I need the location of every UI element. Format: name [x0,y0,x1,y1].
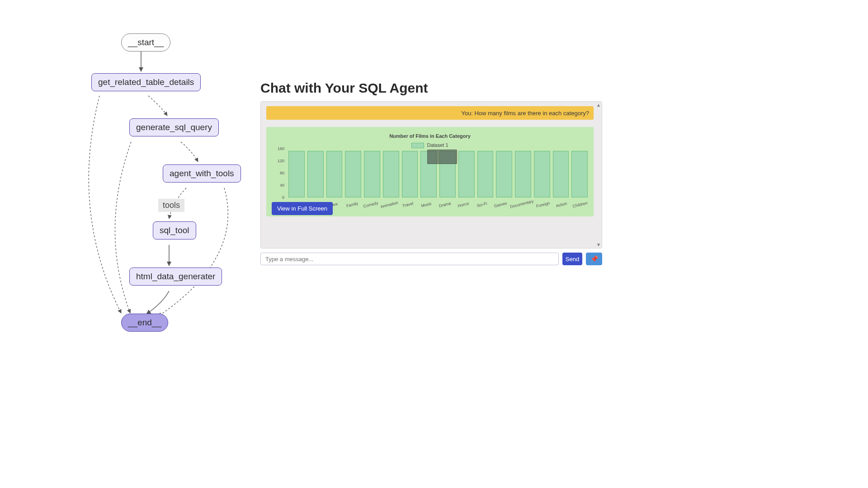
chat-title: Chat with Your SQL Agent [260,80,428,96]
chart-bar[interactable] [496,151,512,197]
node-get-related-table-details: get_related_table_details [91,73,201,91]
node-label: tools [163,201,180,210]
flow-diagram: __start__ get_related_table_details gene… [72,32,253,339]
chart-bar[interactable] [402,151,418,197]
scrollbar-up-icon[interactable]: ▲ [596,103,601,108]
x-tick-label: Foreign [533,200,552,209]
x-tick-label: Family [343,200,362,209]
chart-legend: Dataset 1 [266,142,594,148]
chart-bar[interactable] [288,151,305,197]
view-fullscreen-button[interactable]: View in Full Screen [272,202,333,215]
user-message-text: You: How many films are there in each ca… [461,110,589,117]
chart-bar[interactable] [307,151,324,197]
x-tick-label: Sci-Fi [472,200,491,209]
node-label: __start__ [128,38,164,47]
node-label: agent_with_tools [170,169,234,178]
x-tick-label: Games [491,200,510,209]
chart-bar[interactable] [534,151,550,197]
node-html-data-generater: html_data_generater [129,267,222,286]
chart-bar[interactable] [345,151,361,197]
node-label: get_related_table_details [98,77,194,87]
legend-label: Dataset 1 [427,142,448,148]
node-start: __start__ [121,33,170,52]
chart-bar[interactable] [477,151,494,197]
chat-history-pane: ▲ ▼ You: How many films are there in eac… [260,101,602,249]
user-message: You: How many films are there in each ca… [266,106,594,120]
node-end: __end__ [121,314,168,332]
y-tick: 80 [274,171,284,175]
send-button[interactable]: Send [562,253,582,265]
node-label: __end__ [128,318,161,327]
user-prefix: You: [461,110,474,117]
node-label: generate_sql_query [136,122,212,132]
x-tick-label: Music [417,200,436,209]
edge-label-tools: tools [158,199,184,212]
agent-message-chart: Number of Films in Each Category Dataset… [266,127,594,216]
chart-bar[interactable] [364,151,380,197]
y-tick: 160 [274,146,284,151]
chart-tooltip [427,150,457,164]
x-tick-label: Children [571,200,590,209]
node-label: html_data_generater [136,272,215,281]
y-tick: 0 [274,195,284,200]
x-tick-label: Animation [380,200,399,209]
chart-plot-area: 04080120160 [274,149,589,197]
node-label: sql_tool [160,225,189,235]
chart-bar[interactable] [383,151,399,197]
scrollbar-down-icon[interactable]: ▼ [596,242,601,247]
chart-bar[interactable] [553,151,569,197]
node-agent-with-tools: agent_with_tools [163,164,241,183]
x-tick-label: Travel [398,200,417,209]
y-tick: 40 [274,183,284,188]
x-tick-label: Horror [454,200,473,209]
chart-bar[interactable] [458,151,475,197]
user-question: How many films are there in each categor… [474,110,589,117]
y-axis-ticks: 04080120160 [274,149,285,197]
chat-input[interactable] [260,253,559,265]
legend-swatch [411,143,424,148]
x-tick-label: Documentary [509,199,534,209]
chart-title: Number of Films in Each Category [266,133,594,139]
chart-bar[interactable] [326,151,343,197]
y-tick: 120 [274,159,284,163]
chart-bar[interactable] [515,151,531,197]
node-sql-tool: sql_tool [153,221,196,239]
x-tick-label: Action [552,200,571,209]
x-tick-label: Comedy [361,200,380,209]
x-tick-label: Drama [435,200,454,209]
attach-button[interactable]: 📌 [586,253,602,265]
chart-bar[interactable] [571,151,588,197]
node-generate-sql-query: generate_sql_query [129,118,219,136]
pin-icon: 📌 [590,255,598,263]
